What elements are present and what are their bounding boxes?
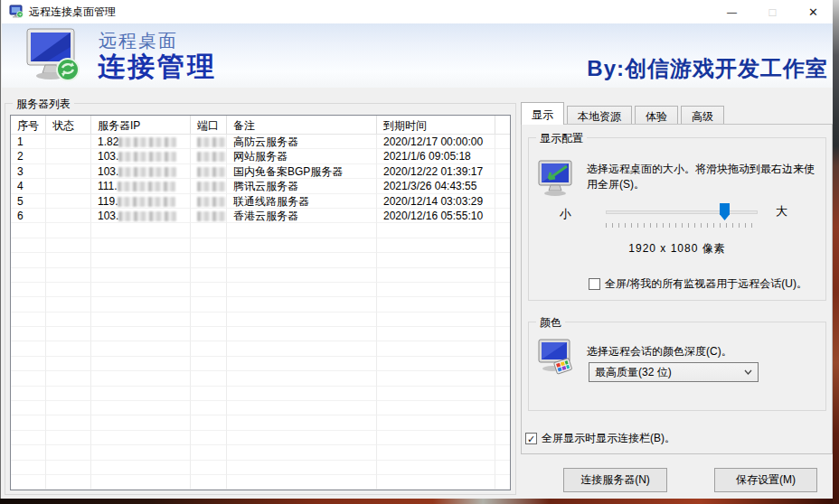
table-row-empty[interactable] bbox=[11, 297, 510, 312]
cell-index bbox=[11, 223, 46, 238]
header-byline: By:创信游戏开发工作室 bbox=[587, 54, 828, 83]
cell-expiry bbox=[377, 313, 495, 327]
col-header-port[interactable]: 端口 bbox=[191, 116, 227, 134]
table-row-empty[interactable] bbox=[11, 371, 510, 386]
table-row-empty[interactable] bbox=[11, 223, 510, 238]
table-row-empty[interactable] bbox=[11, 461, 510, 475]
cell-index bbox=[11, 341, 46, 356]
cell-note bbox=[227, 401, 377, 415]
col-header-ip[interactable]: 服务器IP bbox=[91, 116, 191, 134]
cell-index bbox=[11, 415, 46, 430]
cell-expiry bbox=[377, 475, 495, 490]
cell-note: 联通线路服务器 bbox=[227, 194, 377, 209]
minimize-icon: — bbox=[727, 6, 737, 17]
cell-expiry bbox=[377, 283, 495, 297]
cell-status bbox=[46, 135, 91, 149]
cell-note bbox=[227, 238, 377, 253]
cell-port bbox=[191, 238, 227, 253]
cell-ip bbox=[91, 371, 191, 386]
table-row-empty[interactable] bbox=[11, 313, 510, 327]
table-row-empty[interactable] bbox=[11, 475, 510, 490]
app-header: 远程桌面 连接管理 By:创信游戏开发工作室 bbox=[2, 23, 834, 88]
cell-index bbox=[11, 253, 46, 267]
cell-port bbox=[191, 253, 227, 267]
title-bar: 远程连接桌面管理 — □ ✕ bbox=[2, 0, 834, 23]
size-slider[interactable] bbox=[606, 203, 758, 227]
cell-expiry: 2021/3/26 04:43:55 bbox=[377, 179, 495, 193]
col-header-status[interactable]: 状态 bbox=[46, 116, 91, 134]
table-row-empty[interactable] bbox=[11, 253, 510, 267]
table-row-empty[interactable] bbox=[11, 283, 510, 297]
all-monitors-checkbox-row[interactable]: 全屏/将我的所有监视器用于远程会话(U)。 bbox=[589, 276, 807, 292]
cell-port bbox=[191, 327, 227, 341]
table-row-empty[interactable] bbox=[11, 415, 510, 430]
table-row-empty[interactable] bbox=[11, 238, 510, 253]
tab-advanced[interactable]: 高级 bbox=[681, 106, 724, 125]
table-row-empty[interactable] bbox=[11, 401, 510, 415]
cell-port bbox=[191, 179, 227, 193]
cell-port bbox=[191, 387, 227, 401]
col-header-index[interactable]: 序号 bbox=[11, 116, 46, 134]
cell-filler bbox=[495, 313, 510, 327]
cell-filler bbox=[495, 238, 510, 253]
table-row-empty[interactable] bbox=[11, 357, 510, 371]
cell-status bbox=[46, 371, 91, 386]
masked-port bbox=[197, 197, 227, 207]
slider-thumb[interactable] bbox=[720, 203, 730, 220]
col-header-expiry[interactable]: 到期时间 bbox=[377, 116, 495, 134]
cell-ip bbox=[91, 387, 191, 401]
cell-expiry bbox=[377, 401, 495, 415]
slider-max-label: 大 bbox=[776, 203, 787, 219]
table-row-empty[interactable] bbox=[11, 445, 510, 460]
masked-ip bbox=[118, 167, 176, 177]
cell-ip: 103. bbox=[91, 209, 191, 223]
cell-filler bbox=[495, 327, 510, 341]
slider-min-label: 小 bbox=[560, 206, 571, 222]
cell-expiry bbox=[377, 431, 495, 445]
table-row-empty[interactable] bbox=[11, 327, 510, 341]
cell-filler bbox=[495, 445, 510, 460]
table-row-empty[interactable] bbox=[11, 341, 510, 356]
cell-index bbox=[11, 238, 46, 253]
table-row[interactable]: 2 103. 网站服务器 2021/1/6 09:05:18 bbox=[11, 149, 510, 163]
cell-filler bbox=[495, 431, 510, 445]
save-settings-button[interactable]: 保存设置(M) bbox=[714, 468, 817, 492]
minimize-button[interactable]: — bbox=[712, 0, 752, 23]
cell-note bbox=[227, 327, 377, 341]
maximize-button[interactable]: □ bbox=[752, 0, 793, 23]
resolution-value: 1920 x 1080 像素 bbox=[529, 241, 825, 257]
tab-local-resources[interactable]: 本地资源 bbox=[567, 106, 632, 125]
col-header-note[interactable]: 备注 bbox=[227, 116, 377, 134]
table-row-empty[interactable] bbox=[11, 387, 510, 401]
connect-server-button[interactable]: 连接服务器(N) bbox=[563, 468, 667, 492]
table-row[interactable]: 3 103. 国内免备案BGP服务器 2020/12/22 01:39:17 bbox=[11, 164, 510, 179]
color-depth-description: 选择远程会话的颜色深度(C)。 bbox=[587, 344, 732, 359]
table-row[interactable]: 4 111. 腾讯云服务器 2021/3/26 04:43:55 bbox=[11, 179, 510, 193]
table-row[interactable]: 6 103. 香港云服务器 2020/12/16 05:55:10 bbox=[11, 209, 510, 223]
table-row[interactable]: 1 1.82 高防云服务器 2020/12/17 00:00:00 bbox=[11, 135, 510, 149]
cell-expiry bbox=[377, 445, 495, 460]
cell-note bbox=[227, 297, 377, 312]
cell-index bbox=[11, 283, 46, 297]
connection-bar-checkbox[interactable]: ✓ bbox=[525, 433, 537, 444]
color-depth-select[interactable]: 最高质量(32 位) bbox=[589, 362, 759, 382]
connection-bar-checkbox-row[interactable]: ✓ 全屏显示时显示连接栏(B)。 bbox=[525, 431, 675, 446]
slider-track[interactable] bbox=[606, 210, 758, 214]
close-button[interactable]: ✕ bbox=[793, 0, 834, 23]
server-table[interactable]: 序号 状态 服务器IP 端口 备注 到期时间 1 1.82 高防云服务器 202… bbox=[10, 115, 511, 490]
tab-display[interactable]: 显示 bbox=[521, 102, 564, 125]
table-row-empty[interactable] bbox=[11, 268, 510, 283]
cell-port bbox=[191, 164, 227, 179]
cell-port bbox=[191, 371, 227, 386]
color-group: 颜色 选择远程会话的颜色深度(C)。 最高质量(32 位) bbox=[528, 322, 826, 411]
table-row[interactable]: 5 119. 联通线路服务器 2020/12/14 03:03:29 bbox=[11, 194, 510, 209]
cell-status bbox=[46, 415, 91, 430]
cell-note: 腾讯云服务器 bbox=[227, 179, 377, 193]
table-row-empty[interactable] bbox=[11, 431, 510, 445]
all-monitors-checkbox[interactable] bbox=[589, 278, 600, 290]
cell-ip bbox=[91, 297, 191, 312]
col-header-filler bbox=[495, 116, 510, 134]
tab-experience[interactable]: 体验 bbox=[635, 106, 678, 125]
slider-ticks bbox=[606, 223, 758, 228]
cell-index: 3 bbox=[11, 164, 46, 179]
